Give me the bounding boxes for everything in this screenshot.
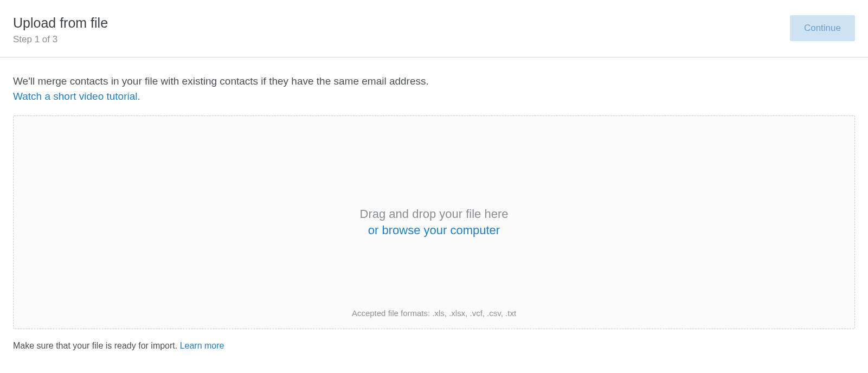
intro-text: We'll merge contacts in your file with e…: [13, 74, 855, 89]
header-left: Upload from file Step 1 of 3: [13, 15, 108, 45]
video-tutorial-link[interactable]: Watch a short video tutorial.: [13, 91, 140, 102]
learn-more-link[interactable]: Learn more: [180, 341, 224, 350]
footer-note-text: Make sure that your file is ready for im…: [13, 341, 180, 350]
dropzone-inner: Drag and drop your file here or browse y…: [360, 116, 509, 329]
accepted-formats-text: Accepted file formats: .xls, .xlsx, .vcf…: [352, 308, 516, 318]
footer-note: Make sure that your file is ready for im…: [13, 341, 855, 351]
continue-button[interactable]: Continue: [790, 15, 855, 41]
drag-drop-text: Drag and drop your file here: [360, 207, 509, 221]
step-indicator: Step 1 of 3: [13, 34, 108, 45]
browse-computer-link[interactable]: or browse your computer: [368, 223, 500, 237]
page-title: Upload from file: [13, 15, 108, 31]
file-dropzone[interactable]: Drag and drop your file here or browse y…: [13, 115, 855, 329]
page-header: Upload from file Step 1 of 3 Continue: [0, 0, 868, 57]
content-area: We'll merge contacts in your file with e…: [0, 57, 868, 362]
